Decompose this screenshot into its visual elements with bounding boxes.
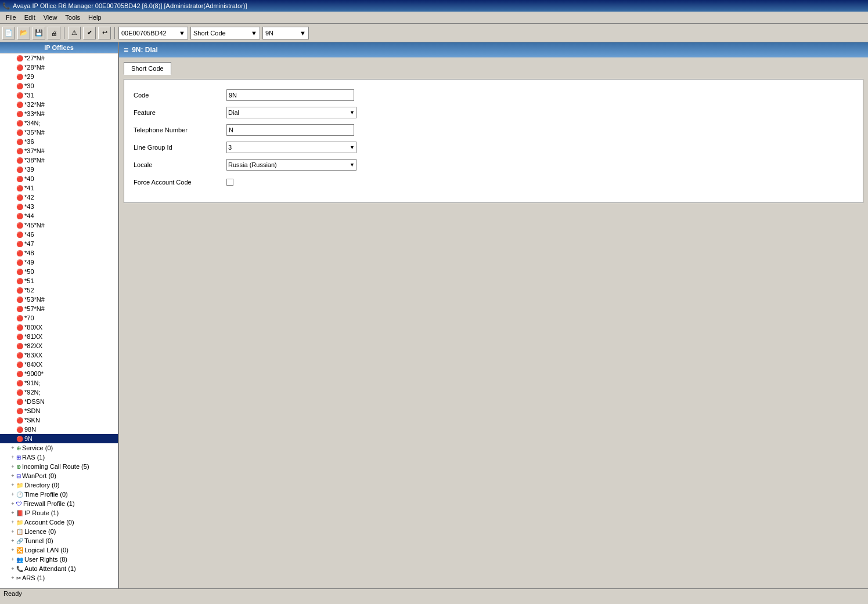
tree-item-userrights[interactable]: + 👥 User Rights (8) [0,555,118,564]
tree-item-wanport[interactable]: + ⊟ WanPort (0) [0,471,118,480]
select-linegroupid[interactable]: 3 ▼ [226,142,356,153]
toolbar: 📄 📂 💾 🖨 ⚠ ✔ ↩ 00E00705BD42 ▼ Short Code … [0,24,868,42]
toolbar-save[interactable]: 💾 [33,27,45,39]
toolbar-new[interactable]: 📄 [2,27,15,39]
tree-item-ars[interactable]: + ✂ ARS (1) [0,573,118,583]
tree-item-92n[interactable]: 🔴 *92N; [0,388,118,397]
tree-item-30[interactable]: 🔴 *30 [0,81,118,91]
tree-item-49[interactable]: 🔴 *49 [0,258,118,267]
tree-item-51[interactable]: 🔴 *51 [0,276,118,285]
phone-icon: 🔴 [16,324,23,331]
tree-item-47[interactable]: 🔴 *47 [0,239,118,248]
item-arrow: ▼ [300,30,306,37]
tree-item-52[interactable]: 🔴 *52 [0,285,118,295]
tree-item-31[interactable]: 🔴 *31 [0,91,118,100]
tree-item-48[interactable]: 🔴 *48 [0,248,118,258]
tree-item-sdn[interactable]: 🔴 *SDN [0,406,118,415]
menu-view[interactable]: View [40,13,61,22]
tree-item-40[interactable]: 🔴 *40 [0,174,118,183]
tree-item-84xx[interactable]: 🔴 *84XX [0,360,118,369]
tree-item-ras[interactable]: + ⊞ RAS (1) [0,453,118,462]
tree-item-38[interactable]: 🔴 *38*N# [0,155,118,165]
tree-item-80xx[interactable]: 🔴 *80XX [0,323,118,332]
tree-item-37[interactable]: 🔴 *37*N# [0,146,118,155]
form-row-code: Code [134,89,853,102]
tree-label: User Rights (8) [24,556,67,563]
tree-item-34[interactable]: 🔴 *34N; [0,118,118,128]
tree-item-43[interactable]: 🔴 *43 [0,202,118,211]
tree-label: *28*N# [24,64,45,71]
device-dropdown[interactable]: 00E00705BD42 ▼ [118,27,188,39]
tree-item-licence[interactable]: + 📋 Licence (0) [0,527,118,536]
toolbar-open[interactable]: 📂 [17,27,30,39]
input-telephone[interactable] [226,124,354,136]
tree-item-70[interactable]: 🔴 *70 [0,313,118,323]
tree-item-42[interactable]: 🔴 *42 [0,193,118,202]
status-text: Ready [3,590,22,597]
menu-edit[interactable]: Edit [21,13,39,22]
tree-item-32[interactable]: 🔴 *32*N# [0,100,118,109]
tree-item-36[interactable]: 🔴 *36 [0,137,118,146]
tree-label: 98N [24,426,36,433]
tree-label: WanPort (0) [22,472,56,479]
tree-item-tunnel[interactable]: + 🔗 Tunnel (0) [0,536,118,545]
form-row-feature: Feature Dial ▼ [134,106,853,119]
tree-item-27[interactable]: 🔴 *27*N# [0,53,118,63]
tree-item-44[interactable]: 🔴 *44 [0,211,118,220]
phone-icon: 🔴 [16,241,23,247]
tree-item-46[interactable]: 🔴 *46 [0,230,118,239]
tree-item-skn[interactable]: 🔴 *SKN [0,415,118,425]
phone-icon: 🔴 [16,176,23,182]
tree-item-9n[interactable]: 🔴 9N [0,434,118,443]
toolbar-print[interactable]: 🖨 [48,27,60,39]
phone-icon: 🔴 [16,380,23,386]
tree-item-service[interactable]: + ⊕ Service (0) [0,443,118,453]
category-dropdown[interactable]: Short Code ▼ [190,27,260,39]
tree-item-83xx[interactable]: 🔴 *83XX [0,350,118,360]
tree-item-28[interactable]: 🔴 *28*N# [0,63,118,72]
toolbar-check[interactable]: ✔ [83,27,96,39]
tree-item-57[interactable]: 🔴 *57*N# [0,304,118,313]
menu-file[interactable]: File [2,13,20,22]
menu-tools[interactable]: Tools [62,13,84,22]
tree-item-45[interactable]: 🔴 *45*N# [0,220,118,230]
right-panel-header: ≡ 9N: Dial [119,42,868,57]
tree-item-iproute[interactable]: + 📕 IP Route (1) [0,508,118,518]
tree-label: Tunnel (0) [24,537,53,544]
tree-item-directory[interactable]: + 📁 Directory (0) [0,480,118,490]
toolbar-warn[interactable]: ⚠ [68,27,81,39]
select-feature[interactable]: Dial ▼ [226,107,356,118]
select-locale[interactable]: Russia (Russian) ▼ [226,159,356,171]
checkbox-force-account[interactable] [226,179,233,186]
tree-item-91n[interactable]: 🔴 *91N; [0,378,118,388]
tree-item-incoming[interactable]: + ⊕ Incoming Call Route (5) [0,462,118,471]
tree-item-82xx[interactable]: 🔴 *82XX [0,341,118,350]
tree-item-41[interactable]: 🔴 *41 [0,183,118,193]
tree-item-logicallan[interactable]: + 🔀 Logical LAN (0) [0,545,118,555]
tree-item-9000[interactable]: 🔴 *9000* [0,369,118,378]
tree-item-81xx[interactable]: 🔴 *81XX [0,332,118,341]
tab-shortcode[interactable]: Short Code [124,62,171,75]
tree-item-53[interactable]: 🔴 *53*N# [0,295,118,304]
left-panel: IP Offices 🔴 *27*N# 🔴 *28*N# 🔴 *29 🔴 *30… [0,42,119,588]
expand-icon: + [9,454,16,460]
tree-item-50[interactable]: 🔴 *50 [0,267,118,276]
menu-help[interactable]: Help [85,13,105,22]
tree-item-autoattendant[interactable]: + 📞 Auto Attendant (1) [0,564,118,573]
tree-item-33[interactable]: 🔴 *33*N# [0,109,118,118]
expand-icon: + [9,547,16,553]
tree-item-98n[interactable]: 🔴 98N [0,425,118,434]
tree-item-dssn[interactable]: 🔴 *DSSN [0,397,118,406]
tree-item-accountcode[interactable]: + 📁 Account Code (0) [0,518,118,527]
input-code[interactable] [226,89,354,101]
panel-menu-icon[interactable]: ≡ [124,45,128,55]
tree-item-firewall[interactable]: + 🛡 Firewall Profile (1) [0,499,118,508]
tree-item-timeprofile[interactable]: + 🕐 Time Profile (0) [0,490,118,499]
category-arrow: ▼ [251,30,257,37]
tree-item-39[interactable]: 🔴 *39 [0,165,118,174]
tree-item-29[interactable]: 🔴 *29 [0,72,118,81]
category-value: Short Code [193,30,226,37]
tree-item-35[interactable]: 🔴 *35*N# [0,128,118,137]
toolbar-arrow[interactable]: ↩ [98,27,111,39]
item-dropdown[interactable]: 9N ▼ [262,27,309,39]
